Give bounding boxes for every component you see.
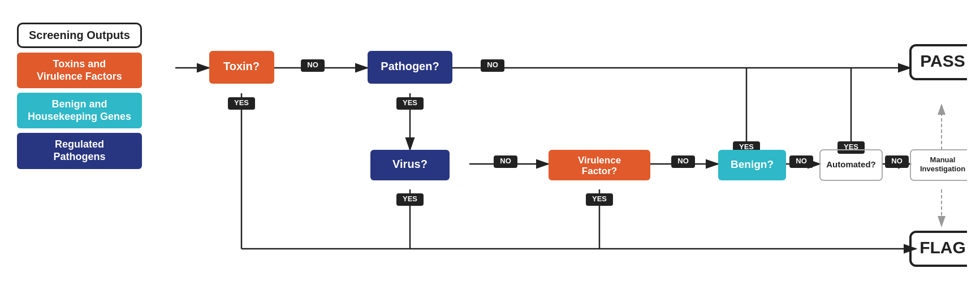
screening-outputs-label: Screening Outputs [17, 23, 142, 48]
virulence-label-line2: Factor? [582, 166, 617, 176]
badge-pathogen-no: NO [487, 60, 498, 69]
legend-benign: Benign andHousekeeping Genes [17, 93, 142, 128]
benign-label: Benign? [731, 158, 774, 170]
badge-toxin-no: NO [307, 60, 318, 69]
pathogen-label: Pathogen? [381, 60, 439, 72]
manual-label-line2: Investigation [920, 165, 965, 173]
manual-label-line1: Manual [930, 155, 956, 164]
toxin-label: Toxin? [223, 60, 260, 72]
virulence-label-line1: Virulence [578, 155, 621, 166]
flag-label: FLAG [919, 238, 966, 257]
badge-automated-no: NO [891, 157, 903, 165]
badge-virus-no: NO [500, 157, 511, 165]
legend-regulated: RegulatedPathogens [17, 133, 142, 168]
badge-toxin-yes: YES [234, 98, 249, 107]
badge-pathogen-yes: YES [403, 98, 417, 107]
legend-toxins: Toxins andVirulence Factors [17, 53, 142, 88]
badge-benign-no: NO [796, 157, 807, 165]
flowchart: NO NO YES YES NO YES NO YES YES NO YES N… [175, 11, 967, 283]
badge-virulence-yes: YES [592, 194, 607, 203]
virus-label: Virus? [392, 158, 428, 170]
legend: Screening Outputs Toxins andVirulence Fa… [17, 23, 142, 169]
badge-virus-yes: YES [403, 194, 417, 203]
automated-label: Automated? [826, 159, 876, 169]
pass-label: PASS [920, 51, 965, 70]
badge-virulence-no: NO [677, 157, 689, 165]
